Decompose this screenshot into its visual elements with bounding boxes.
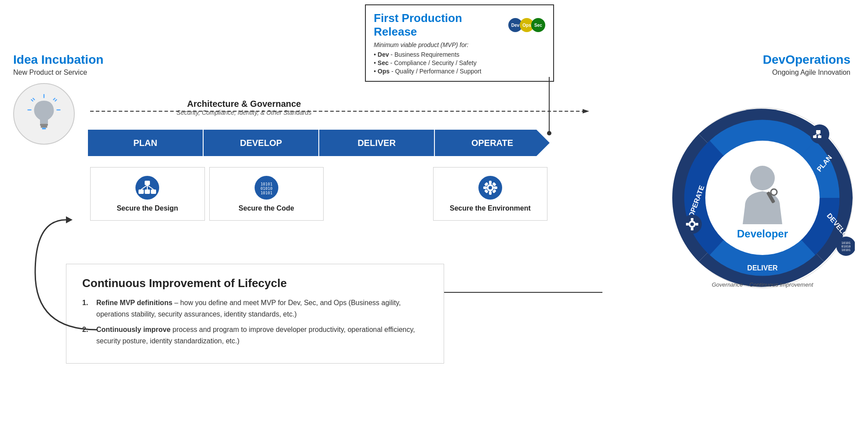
ci-title: Continuous Improvement of Lifecycle: [82, 277, 428, 290]
svg-line-3: [31, 99, 33, 102]
fpr-box: First Production Release Dev Ops Sec Min…: [365, 4, 554, 82]
svg-rect-66: [691, 218, 693, 221]
ci-item-2: 2. Continuously improve process and prog…: [82, 324, 428, 346]
idea-subtitle: New Product or Service: [13, 69, 103, 76]
svg-text:01010: 01010: [260, 186, 272, 191]
pipeline-operate: OPERATE: [435, 130, 550, 156]
pipeline-container: PLAN DEVELOP DELIVER OPERATE: [88, 130, 550, 156]
svg-text:01010: 01010: [841, 245, 850, 248]
ci-list: 1. Refine MVP definitions – how you defi…: [82, 297, 428, 346]
svg-text:Architecture & Governance: Architecture & Governance: [187, 99, 301, 109]
architecture-dashed-arrow: Architecture & Governance Security, Comp…: [81, 99, 600, 117]
svg-text:10101: 10101: [841, 241, 850, 245]
empty-spacer: [326, 165, 431, 223]
secure-design-title: Secure the Design: [117, 204, 178, 212]
secure-env-card: Secure the Environment: [433, 167, 548, 221]
svg-rect-10: [40, 124, 48, 126]
ci-to-devops-line: [444, 290, 607, 295]
svg-line-2: [33, 98, 35, 100]
svg-rect-34: [483, 186, 487, 189]
svg-rect-54: [816, 130, 821, 134]
fpr-subtitle: Minimum viable product (MVP) for:: [374, 41, 545, 48]
devops-subtitle: Ongoing Agile Innovation: [763, 69, 850, 76]
svg-point-45: [750, 166, 775, 190]
svg-text:10101: 10101: [260, 182, 272, 186]
lightbulb-circle: [13, 83, 75, 145]
gear-icon: [478, 175, 503, 200]
network-icon: [135, 175, 160, 200]
svg-point-65: [690, 222, 694, 226]
ci-item-1: 1. Refine MVP definitions – how you defi…: [82, 297, 428, 320]
secure-code-card: 10101 01010 10101 Secure the Code: [209, 167, 324, 221]
feedback-arrow: [26, 211, 114, 334]
svg-rect-11: [41, 126, 47, 128]
pipeline-develop: DEVELOP: [204, 130, 319, 156]
svg-line-7: [55, 99, 57, 102]
secure-env-title: Secure the Environment: [450, 204, 531, 212]
svg-point-53: [810, 124, 829, 144]
svg-line-6: [53, 98, 55, 100]
pipeline-deliver: DELIVER: [319, 130, 435, 156]
svg-text:10101: 10101: [841, 248, 850, 252]
svg-rect-56: [818, 135, 821, 138]
code-icon: 10101 01010 10101: [254, 175, 279, 200]
svg-rect-32: [489, 181, 492, 184]
svg-text:DELIVER: DELIVER: [747, 264, 778, 272]
svg-rect-33: [489, 191, 492, 195]
svg-text:Governance – Continuous Improv: Governance – Continuous Improvement: [712, 281, 814, 288]
svg-rect-35: [494, 186, 497, 189]
devops-title: DevOperations: [763, 53, 850, 67]
svg-rect-20: [145, 189, 150, 194]
svg-rect-68: [686, 223, 689, 226]
svg-marker-16: [583, 109, 589, 113]
devops-circle-diagram: Developer PLAN DEVELOP DELIVER OPERATE 1…: [670, 106, 855, 290]
svg-rect-19: [139, 189, 144, 194]
svg-rect-21: [151, 189, 156, 194]
svg-rect-18: [145, 181, 150, 185]
pipeline-plan: PLAN: [88, 130, 204, 156]
svg-text:10101: 10101: [260, 191, 272, 195]
lightbulb-icon: [24, 94, 64, 134]
svg-point-31: [489, 186, 492, 189]
fpr-item-dev: Dev - Business Requirements: [374, 51, 545, 58]
svg-text:Developer: Developer: [737, 228, 788, 240]
security-cards: Secure the Design 10101 01010 10101 Secu…: [88, 165, 550, 223]
fpr-item-ops: Ops - Quality / Performance / Support: [374, 68, 545, 75]
mvp-circles: Dev Ops Sec: [511, 18, 545, 32]
svg-rect-12: [42, 128, 46, 130]
continuous-improvement-box: Continuous Improvement of Lifecycle 1. R…: [66, 264, 444, 364]
svg-rect-67: [691, 228, 693, 230]
idea-title: Idea Incubation: [13, 53, 103, 67]
fpr-title: First Production Release Dev Ops Sec: [374, 11, 545, 39]
svg-text:Security, Compliance, Identity: Security, Compliance, Identity, & Other …: [177, 109, 312, 116]
svg-rect-69: [696, 223, 698, 226]
svg-marker-40: [66, 216, 73, 223]
fpr-list: Dev - Business Requirements Sec - Compli…: [374, 51, 545, 75]
devoperations-section: DevOperations Ongoing Agile Innovation: [763, 53, 850, 76]
secure-code-title: Secure the Code: [239, 204, 294, 212]
mvp-sec-circle: Sec: [531, 18, 545, 32]
fpr-item-sec: Sec - Compliance / Security / Safety: [374, 59, 545, 66]
svg-rect-55: [813, 135, 817, 138]
main-container: Idea Incubation New Product or Service: [0, 0, 868, 426]
